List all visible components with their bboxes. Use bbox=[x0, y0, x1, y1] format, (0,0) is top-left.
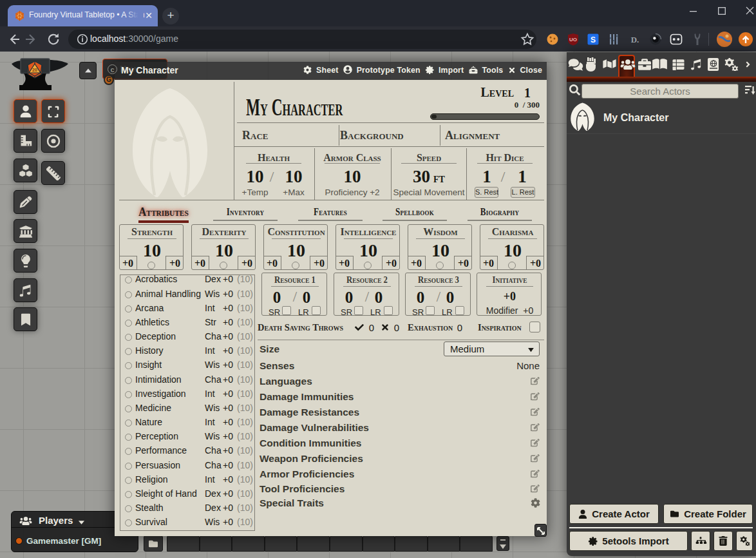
svg-text:UO: UO bbox=[569, 37, 577, 43]
svg-text:20: 20 bbox=[32, 68, 37, 72]
svg-text:D.: D. bbox=[631, 35, 639, 44]
svg-text:S: S bbox=[591, 35, 596, 44]
